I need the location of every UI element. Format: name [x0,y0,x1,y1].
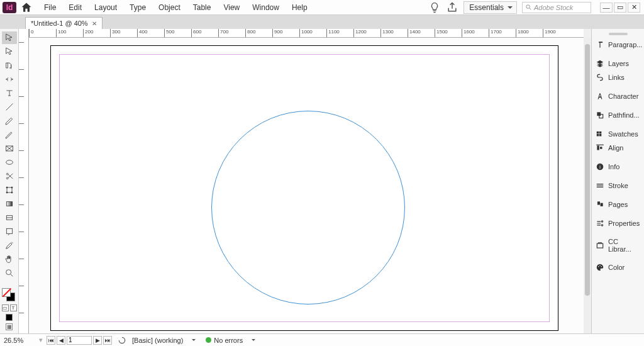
rect-frame-tool[interactable] [2,142,17,155]
restore-button[interactable]: ▭ [614,3,626,13]
formatting-text-icon[interactable]: T [10,304,17,311]
free-transform-tool[interactable] [2,184,17,196]
pencil-tool[interactable] [2,128,17,141]
preflight-errors[interactable]: No errors [214,337,255,344]
ellipse-tool[interactable] [2,156,17,169]
panel-properties[interactable]: Properties [592,216,644,230]
horizontal-ruler[interactable]: 0100200300400500600700800900100011001200… [29,29,584,38]
panel-links[interactable]: Links [592,70,644,84]
scrollbar-thumb[interactable] [585,44,590,296]
hruler-tick: 0 [29,29,33,37]
hruler-tick: 1500 [435,29,448,37]
menu-edit[interactable]: Edit [62,1,88,14]
vruler-tick: 900 [19,277,24,286]
gap-tool[interactable] [2,73,17,86]
panel-character[interactable]: Character [592,89,644,103]
gradient-swatch-tool[interactable] [2,198,17,210]
hruler-tick: 1000 [299,29,313,37]
svg-rect-28 [597,243,602,248]
panel-grip-icon[interactable] [609,33,628,35]
menu-view[interactable]: View [217,1,246,14]
gradient-feather-tool[interactable] [2,211,17,224]
page-number-field[interactable] [67,336,92,345]
panel-paragraph[interactable]: Paragrap... [592,38,644,52]
formatting-container-icon[interactable]: ▭ [2,304,9,311]
svg-point-13 [6,270,11,275]
hand-tool[interactable] [2,253,17,265]
page-tool[interactable] [2,59,17,72]
zoom-level[interactable]: 26.5% [4,337,35,344]
vruler-tick: 400 [19,142,24,151]
home-icon[interactable] [20,1,33,14]
svg-rect-20 [597,146,599,150]
menu-window[interactable]: Window [246,1,286,14]
apply-color-icon[interactable] [6,314,13,321]
svg-point-26 [601,221,602,222]
vertical-ruler[interactable]: 01002003004005006007008009001000 [19,29,29,333]
panel-cc-libraries[interactable]: CC Librar... [592,235,644,255]
type-tool[interactable] [2,87,17,99]
canvas[interactable] [29,38,584,333]
svg-point-30 [599,265,601,266]
scissors-tool[interactable] [2,170,17,182]
close-tab-icon[interactable]: ✕ [92,20,97,27]
direct-selection-tool[interactable] [2,45,17,58]
menu-table[interactable]: Table [187,1,218,14]
pen-tool[interactable] [2,114,17,127]
eyedropper-tool[interactable] [2,239,17,252]
next-page-button[interactable]: ▶ [93,336,102,345]
workspace-dropdown[interactable]: Essentials [464,1,517,14]
vruler-tick: 500 [19,169,24,178]
zoom-tool[interactable] [2,267,17,279]
menu-layout[interactable]: Layout [88,1,123,14]
svg-point-29 [598,266,599,267]
menu-file[interactable]: File [38,1,62,14]
panel-info[interactable]: iInfo [592,160,644,174]
hruler-tick: 700 [218,29,228,37]
panel-color[interactable]: Color [592,260,644,274]
document-tab[interactable]: *Untitled-1 @ 40% ✕ [25,17,103,29]
app-badge-icon: Id [3,2,16,13]
minimize-button[interactable]: — [600,3,613,13]
line-tool[interactable] [2,101,17,113]
ellipse-object[interactable] [211,111,405,304]
note-tool[interactable] [2,225,17,238]
vruler-tick: 0 [19,40,24,43]
selection-tool[interactable] [2,31,17,44]
close-button[interactable]: ✕ [628,3,640,13]
hruler-tick: 1700 [489,29,502,37]
svg-point-8 [6,192,8,193]
vruler-tick: 300 [19,115,24,124]
vruler-tick: 1000 [19,301,24,313]
panel-align[interactable]: Align [592,141,644,155]
panel-pathfinder[interactable]: Pathfind... [592,108,644,122]
svg-rect-24 [597,201,600,204]
menu-type[interactable]: Type [123,1,152,14]
menu-help[interactable]: Help [286,1,314,14]
menubar: Id File Edit Layout Type Object Table Vi… [0,0,644,15]
share-icon[interactable] [446,1,458,14]
svg-rect-25 [601,203,603,206]
panel-pages[interactable]: Pages [592,198,644,211]
panel-layers[interactable]: Layers [592,57,644,70]
hruler-tick: 1600 [462,29,475,37]
menu-object[interactable]: Object [152,1,187,14]
first-page-button[interactable]: ⏮ [47,336,55,345]
preflight-ok-icon [206,337,211,343]
panel-swatches[interactable]: Swatches [592,127,644,141]
svg-text:i: i [599,164,601,170]
fill-stroke-swatch[interactable] [2,288,17,302]
panel-stroke[interactable]: Stroke [592,179,644,193]
view-mode-icon[interactable]: ▦ [6,323,13,330]
lightbulb-icon[interactable] [428,1,441,14]
vertical-scrollbar[interactable] [584,38,591,333]
fill-swatch[interactable] [2,288,11,297]
last-page-button[interactable]: ⏭ [103,336,112,345]
svg-rect-12 [6,228,12,233]
stock-search[interactable]: Adobe Stock [522,2,591,13]
hruler-tick: 300 [110,29,120,37]
hruler-tick: 600 [191,29,201,37]
prev-page-button[interactable]: ◀ [57,336,65,345]
preflight-profile[interactable]: [Basic] (working) [132,337,196,344]
open-pages-icon[interactable] [116,334,128,347]
